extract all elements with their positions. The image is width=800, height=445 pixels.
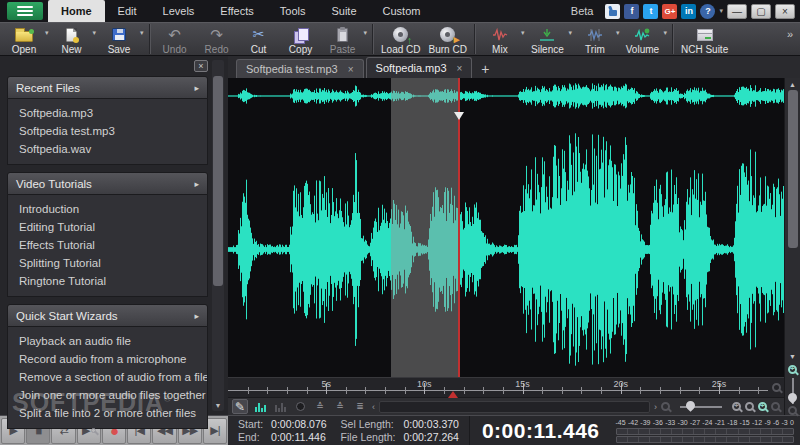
horizontal-scrollbar[interactable] xyxy=(379,401,650,413)
copy-button[interactable]: Copy xyxy=(280,23,322,56)
main-waveform-view[interactable] xyxy=(228,124,784,375)
menu-custom[interactable]: Custom xyxy=(370,0,434,22)
sidebar-close-icon[interactable]: × xyxy=(194,60,208,72)
zoom-full-icon[interactable] xyxy=(758,402,767,411)
list-options-icon[interactable]: ≣ xyxy=(352,399,368,414)
sidebar-scrollbar[interactable]: ▼ xyxy=(212,60,224,411)
hamburger-menu-icon[interactable] xyxy=(7,2,43,20)
list-item[interactable]: Join one or more audio files together xyxy=(8,386,207,404)
list-item[interactable]: Split a file into 2 or more other files xyxy=(8,404,207,422)
twitter-icon[interactable]: t xyxy=(643,4,658,19)
selection-region[interactable] xyxy=(391,78,459,377)
menu-edit[interactable]: Edit xyxy=(105,0,150,22)
meter-scale-label: -33 xyxy=(665,419,675,427)
zoom-slider-knob[interactable] xyxy=(684,399,697,412)
list-item[interactable]: Softpedia test.mp3 xyxy=(8,122,207,140)
zoom-selection-icon[interactable] xyxy=(745,402,754,411)
paste-dropdown-icon[interactable]: ▾ xyxy=(364,29,370,49)
tab-softpedia-test[interactable]: Softpedia test.mp3× xyxy=(236,59,364,78)
section-expand-icon[interactable]: ▸ xyxy=(194,311,199,321)
align-left-icon[interactable]: ≙ xyxy=(312,399,328,414)
scroll-right-icon[interactable]: › xyxy=(654,402,657,412)
save-dropdown-icon[interactable]: ▾ xyxy=(140,29,146,49)
nch-suite-button[interactable]: NCH Suite xyxy=(677,23,732,56)
help-icon[interactable]: ? xyxy=(700,4,715,19)
menu-levels[interactable]: Levels xyxy=(150,0,208,22)
volume-dropdown-icon[interactable]: ▾ xyxy=(663,29,669,49)
thumbs-up-icon[interactable] xyxy=(605,4,620,19)
vertical-zoom-in-icon[interactable] xyxy=(788,365,797,374)
ruler-ticks[interactable]: 5s10s15s20s25s xyxy=(228,378,768,397)
pencil-tool-icon[interactable]: ✎ xyxy=(232,399,248,414)
menu-suite[interactable]: Suite xyxy=(318,0,369,22)
list-item[interactable]: Introduction xyxy=(8,200,207,218)
section-header[interactable]: Video Tutorials▸ xyxy=(7,172,208,195)
vertical-zoom-out-icon[interactable] xyxy=(788,406,797,415)
toolbar-overflow-icon[interactable]: » xyxy=(787,28,797,50)
linkedin-icon[interactable]: in xyxy=(681,4,696,19)
list-item[interactable]: Effects Tutorial xyxy=(8,236,207,254)
sidebar-scrollbar-thumb[interactable] xyxy=(213,76,223,286)
list-item[interactable]: Softpedia.wav xyxy=(8,140,207,158)
waveform-canvas[interactable] xyxy=(228,78,784,377)
zoom-in-icon[interactable] xyxy=(732,402,741,411)
trim-button[interactable]: Trim xyxy=(574,23,616,56)
volume-button[interactable]: Volume xyxy=(621,23,663,56)
facebook-icon[interactable]: f xyxy=(624,4,639,19)
save-button[interactable]: Save xyxy=(98,23,140,56)
zoom-out-icon[interactable] xyxy=(661,402,670,411)
redo-button[interactable]: ↷Redo xyxy=(196,23,238,56)
vertical-scrollbar-thumb[interactable] xyxy=(788,90,798,248)
section-header[interactable]: Quick Start Wizards▸ xyxy=(7,304,208,327)
zoom-slider[interactable] xyxy=(680,406,722,408)
level-knob-icon[interactable] xyxy=(292,399,308,414)
open-button[interactable]: Open xyxy=(3,23,45,56)
overview-strip[interactable] xyxy=(228,81,784,111)
list-item[interactable]: Splitting Tutorial xyxy=(8,254,207,272)
minimize-button[interactable]: — xyxy=(727,4,747,19)
mix-button[interactable]: Mix xyxy=(479,23,521,56)
menu-home[interactable]: Home xyxy=(48,0,105,22)
load-cd-button[interactable]: Load CD xyxy=(377,23,424,56)
list-item[interactable]: Editing Tutorial xyxy=(8,218,207,236)
section-header[interactable]: Recent Files▸ xyxy=(7,76,208,99)
align-center-icon[interactable]: ≙ xyxy=(332,399,348,414)
zoom-project-icon[interactable] xyxy=(771,402,780,411)
vertical-zoom-slider[interactable] xyxy=(792,378,794,404)
google-plus-icon[interactable]: G+ xyxy=(662,4,677,19)
tab-close-icon[interactable]: × xyxy=(348,64,354,75)
scroll-up-icon[interactable]: ▲ xyxy=(789,78,796,89)
restore-button[interactable]: ▢ xyxy=(751,4,771,19)
vertical-zoom-knob[interactable] xyxy=(786,391,799,404)
help-dropdown-icon[interactable]: ▾ xyxy=(719,7,723,15)
cut-button[interactable]: ✂Cut xyxy=(238,23,280,56)
close-button[interactable]: × xyxy=(775,4,795,19)
undo-button[interactable]: ↶Undo xyxy=(154,23,196,56)
sidebar-scroll-down-icon[interactable]: ▼ xyxy=(212,402,224,409)
menu-tools[interactable]: Tools xyxy=(267,0,319,22)
list-item[interactable]: Ringtone Tutorial xyxy=(8,272,207,290)
ruler-zoom-icon[interactable] xyxy=(768,378,784,397)
scroll-left-icon[interactable]: ‹ xyxy=(372,402,375,412)
list-item[interactable]: Playback an audio file xyxy=(8,332,207,350)
ruler-playhead[interactable] xyxy=(448,391,458,398)
burn-cd-button[interactable]: Burn CD xyxy=(425,23,471,56)
tab-softpedia[interactable]: Softpedia.mp3× xyxy=(366,57,473,78)
playhead-marker[interactable] xyxy=(454,112,464,120)
new-tab-button[interactable]: + xyxy=(474,59,496,78)
spectrum-view-icon[interactable] xyxy=(272,402,288,412)
silence-button[interactable]: Silence xyxy=(526,23,568,56)
timeline-ruler[interactable]: 5s10s15s20s25s xyxy=(228,377,784,397)
playhead-line[interactable] xyxy=(458,78,460,377)
new-button[interactable]: New xyxy=(51,23,93,56)
list-item[interactable]: Remove a section of audio from a file xyxy=(8,368,207,386)
list-item[interactable]: Softpedia.mp3 xyxy=(8,104,207,122)
list-item[interactable]: Record audio from a microphone xyxy=(8,350,207,368)
menu-effects[interactable]: Effects xyxy=(207,0,266,22)
waveform-view-icon[interactable] xyxy=(252,402,268,412)
section-expand-icon[interactable]: ▸ xyxy=(194,83,199,93)
section-expand-icon[interactable]: ▸ xyxy=(194,179,199,189)
paste-button[interactable]: Paste xyxy=(322,23,364,56)
tab-close-icon[interactable]: × xyxy=(457,63,463,74)
scroll-down-icon[interactable]: ▼ xyxy=(789,350,796,361)
